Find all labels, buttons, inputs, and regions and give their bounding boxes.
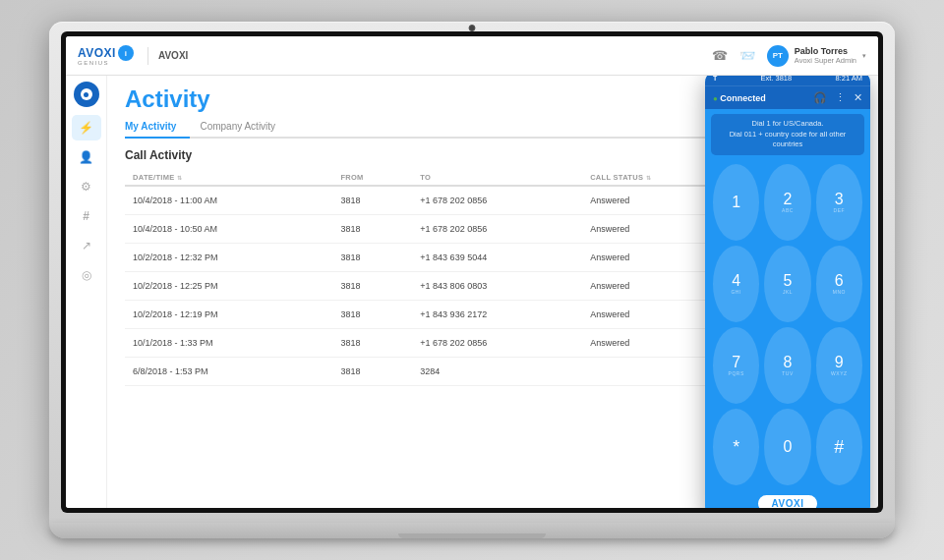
key-5[interactable]: 5 JKL: [764, 246, 810, 322]
sidebar-item-activity[interactable]: ⚡: [72, 115, 101, 140]
more-icon[interactable]: ⋮: [835, 91, 846, 104]
phone-connection-header: ● Connected 🎧 ⋮ ✕: [705, 85, 870, 109]
logo-container: AVOXI i GENIUS: [78, 45, 134, 66]
cell-from: 3818: [332, 244, 412, 272]
cell-from: 3818: [332, 329, 412, 358]
tab-my-activity[interactable]: My Activity: [125, 118, 190, 139]
header-divider: [148, 47, 148, 65]
sidebar-item-users[interactable]: 👤: [72, 144, 101, 170]
phone-dial-hint: Dial 1 for US/Canada. Dial 011 + country…: [711, 114, 864, 155]
laptop-base: [49, 523, 895, 538]
avoxi-badge-text: AVOXI: [772, 498, 804, 508]
col-from: FROM: [332, 170, 412, 186]
key-7[interactable]: 7 PQRS: [713, 327, 759, 404]
phone-overlay: T Ext. 3818 8:21 AM ● Connected: [705, 76, 870, 508]
cell-from: 3818: [332, 186, 412, 215]
sidebar: ⚡ 👤 ⚙ # ↗ ◎: [66, 76, 107, 508]
app-body: ⚡ 👤 ⚙ # ↗ ◎ Activity: [66, 76, 878, 508]
cell-from: 3818: [332, 272, 412, 301]
header-app-name: AVOXI: [158, 50, 188, 61]
phone-ext: Ext. 3818: [761, 76, 793, 83]
key-6[interactable]: 6 MNO: [816, 246, 862, 322]
cell-datetime: 10/2/2018 - 12:25 PM: [125, 272, 332, 301]
avoxi-badge: AVOXI: [758, 495, 818, 508]
sidebar-item-hashtag[interactable]: #: [72, 203, 101, 229]
laptop-outer: AVOXI i GENIUS AVOXI ☎ 📨: [49, 22, 895, 523]
close-phone-icon[interactable]: ✕: [854, 91, 862, 104]
col-datetime: DATE/TIME ⇅: [125, 170, 332, 186]
cell-to: +1 678 202 0856: [412, 329, 582, 358]
cell-datetime: 10/4/2018 - 11:00 AM: [125, 186, 332, 215]
headset-icon[interactable]: 🎧: [813, 91, 827, 104]
sidebar-item-gear2[interactable]: ◎: [72, 262, 101, 288]
sidebar-item-settings[interactable]: ⚙: [72, 174, 101, 199]
sidebar-logo: [74, 82, 99, 107]
cell-from: 3818: [332, 215, 412, 244]
voicemail-icon[interactable]: 📨: [739, 48, 755, 63]
phone-icon[interactable]: ☎: [712, 48, 728, 63]
cell-from: 3818: [332, 301, 412, 329]
logo-sub: GENIUS: [78, 60, 109, 66]
cell-to: +1 678 202 0856: [412, 215, 582, 244]
cell-datetime: 10/1/2018 - 1:33 PM: [125, 329, 332, 358]
user-info: Pablo Torres Avoxi Super Admin: [795, 46, 856, 65]
header-user[interactable]: PT Pablo Torres Avoxi Super Admin ▾: [767, 45, 866, 67]
logo-text: AVOXI: [78, 46, 116, 60]
phone-time: 8:21 AM: [835, 76, 862, 83]
phone-signal-indicator: T: [713, 76, 717, 82]
key-3[interactable]: 3 DEF: [816, 164, 862, 241]
content-area: Activity My Activity Company Activity Ca…: [107, 76, 878, 508]
key-0[interactable]: 0: [764, 409, 810, 485]
key-8[interactable]: 8 TUV: [764, 327, 810, 404]
username: Pablo Torres: [795, 46, 856, 56]
cell-from: 3818: [332, 358, 412, 386]
cell-to: +1 843 806 0803: [412, 272, 582, 301]
phone-keypad: 1 2 ABC 3: [705, 160, 870, 490]
cell-to: 3284: [412, 358, 582, 386]
cell-datetime: 10/4/2018 - 10:50 AM: [125, 215, 332, 244]
header-icons: ☎ 📨: [712, 48, 755, 63]
key-9[interactable]: 9 WXYZ: [816, 327, 862, 404]
cell-datetime: 6/8/2018 - 1:53 PM: [125, 358, 332, 386]
tab-company-activity[interactable]: Company Activity: [190, 118, 289, 139]
key-2[interactable]: 2 ABC: [764, 164, 810, 241]
dial-hint-text: Dial 1 for US/Canada. Dial 011 + country…: [717, 119, 858, 150]
chevron-down-icon: ▾: [862, 52, 866, 60]
key-1[interactable]: 1: [713, 164, 759, 241]
cell-to: +1 678 202 0856: [412, 186, 582, 215]
sidebar-item-share[interactable]: ↗: [72, 233, 101, 258]
col-to: TO: [412, 170, 582, 186]
cell-datetime: 10/2/2018 - 12:19 PM: [125, 301, 332, 329]
laptop-screen-bezel: AVOXI i GENIUS AVOXI ☎ 📨: [61, 31, 883, 513]
cell-datetime: 10/2/2018 - 12:32 PM: [125, 244, 332, 272]
phone-bottom: AVOXI: [705, 489, 870, 508]
logo-icon: i: [118, 45, 134, 61]
app-container: AVOXI i GENIUS AVOXI ☎ 📨: [66, 36, 878, 508]
key-4[interactable]: 4 GHI: [713, 246, 759, 322]
phone-status-bar: T Ext. 3818 8:21 AM: [705, 76, 870, 85]
phone-connected-label: ● Connected: [713, 93, 766, 103]
key-hash[interactable]: #: [816, 409, 862, 485]
app-header: AVOXI i GENIUS AVOXI ☎ 📨: [66, 36, 878, 76]
key-star[interactable]: *: [713, 409, 759, 485]
avatar: PT: [767, 45, 789, 67]
laptop-screen: AVOXI i GENIUS AVOXI ☎ 📨: [66, 36, 878, 508]
user-role: Avoxi Super Admin: [795, 56, 856, 65]
cell-to: +1 843 936 2172: [412, 301, 582, 329]
phone-header-controls: 🎧 ⋮ ✕: [813, 91, 862, 104]
cell-to: +1 843 639 5044: [412, 244, 582, 272]
